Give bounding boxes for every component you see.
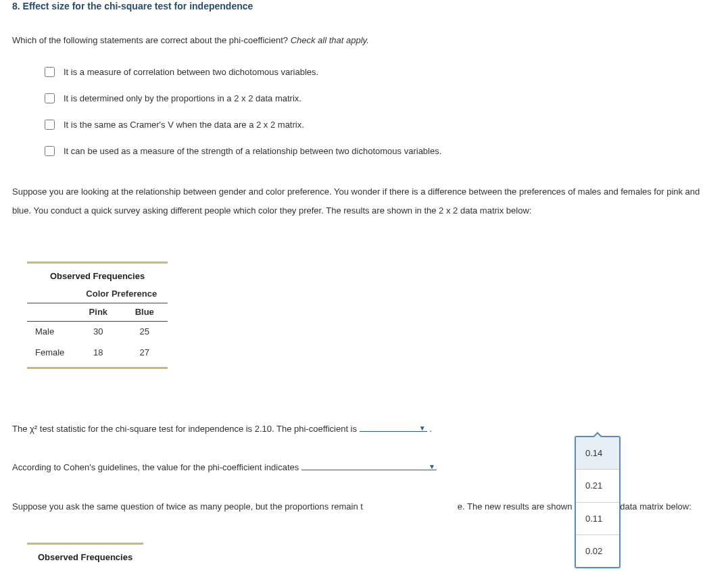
dropdown-option-2[interactable]: 0.21 <box>576 470 619 502</box>
option-3-checkbox[interactable] <box>45 120 55 130</box>
table1-row-male: Male <box>27 322 75 343</box>
dropdown-option-4[interactable]: 0.02 <box>576 535 619 567</box>
table1-male-blue: 25 <box>121 322 168 343</box>
prompt-instruction: Check all that apply. <box>291 35 369 45</box>
sentence-1a: The χ² test statistic for the chi-square… <box>12 424 360 434</box>
prompt-lead: Which of the following statements are co… <box>12 35 291 45</box>
table2-subtitle: Color Preference <box>49 566 144 571</box>
cohen-guideline-blank[interactable]: ▼ <box>301 461 437 470</box>
sentence-1b: . <box>427 424 432 434</box>
sentence-1: The χ² test statistic for the chi-square… <box>12 420 716 438</box>
phi-coefficient-dropdown: 0.14 0.21 0.11 0.02 <box>575 436 621 568</box>
observed-frequencies-table-1: Observed Frequencies Color Preference Pi… <box>27 262 168 369</box>
table1-subtitle: Color Preference <box>75 285 168 303</box>
question-title: 8. Effect size for the chi-square test f… <box>12 0 716 14</box>
table1-title: Observed Frequencies <box>27 264 168 285</box>
option-1-checkbox[interactable] <box>45 67 55 77</box>
dropdown-option-1[interactable]: 0.14 <box>576 437 619 470</box>
table1-col-blue: Blue <box>121 303 168 322</box>
option-2-label: It is determined only by the proportions… <box>64 92 301 105</box>
table1-female-pink: 18 <box>75 343 121 367</box>
observed-frequencies-table-2: Observed Frequencies Color Preference <box>27 543 143 571</box>
scenario-text: Suppose you are looking at the relations… <box>12 182 716 220</box>
table1-col-pink: Pink <box>75 303 121 322</box>
table2-title: Observed Frequencies <box>27 545 143 566</box>
answer-options: It is a measure of correlation between t… <box>42 65 716 158</box>
option-4-label: It can be used as a measure of the stren… <box>64 145 441 158</box>
sentence-3a: Suppose you ask the same question of twi… <box>12 501 363 512</box>
option-4-checkbox[interactable] <box>45 146 55 156</box>
chevron-down-icon[interactable]: ▼ <box>419 421 426 435</box>
table1-row-female: Female <box>27 343 75 367</box>
dropdown-option-3[interactable]: 0.11 <box>576 503 619 535</box>
sentence-2a: According to Cohen's guidelines, the val… <box>12 462 301 472</box>
phi-coefficient-blank[interactable]: ▼ <box>360 422 427 432</box>
question-prompt: Which of the following statements are co… <box>12 32 716 49</box>
option-1: It is a measure of correlation between t… <box>42 65 716 79</box>
option-3: It is the same as Cramer's V when the da… <box>42 118 716 132</box>
option-2: It is determined only by the proportions… <box>42 91 716 105</box>
chevron-down-icon[interactable]: ▼ <box>429 460 435 474</box>
option-2-checkbox[interactable] <box>45 93 55 103</box>
option-1-label: It is a measure of correlation between t… <box>64 66 318 79</box>
fill-in-section: The χ² test statistic for the chi-square… <box>12 420 716 516</box>
option-3-label: It is the same as Cramer's V when the da… <box>64 118 304 132</box>
option-4: It can be used as a measure of the stren… <box>42 144 716 158</box>
table1-female-blue: 27 <box>121 343 168 367</box>
table1-male-pink: 30 <box>75 322 121 343</box>
